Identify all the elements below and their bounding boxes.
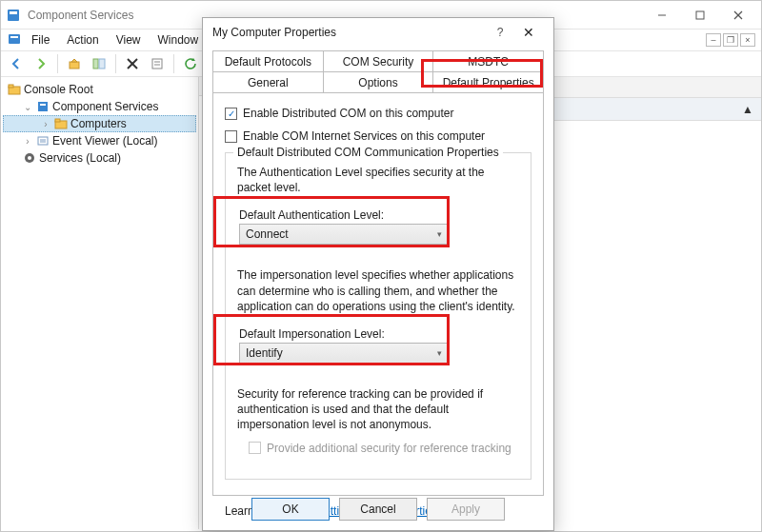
menu-view[interactable]: View — [109, 31, 149, 49]
chevron-down-icon: ▾ — [437, 229, 442, 239]
tab-options[interactable]: Options — [324, 71, 434, 92]
window-controls — [643, 2, 757, 29]
svg-rect-27 — [9, 85, 13, 88]
checkbox-icon: ✓ — [225, 108, 237, 120]
tab-default-protocols[interactable]: Default Protocols — [212, 50, 324, 71]
svg-rect-9 — [93, 59, 98, 69]
tab-body: ✓ Enable Distributed COM on this compute… — [212, 92, 544, 496]
expander-icon[interactable]: › — [40, 119, 51, 129]
tree-component-services[interactable]: ⌄ Component Services — [3, 98, 196, 115]
menu-window[interactable]: Window — [150, 31, 207, 49]
imp-level-combo[interactable]: Identify ▾ — [239, 343, 449, 364]
checkbox-icon — [249, 442, 261, 454]
mdi-minimize-button[interactable]: – — [706, 33, 721, 47]
dialog-help-button[interactable]: ? — [487, 26, 513, 39]
up-button[interactable] — [63, 52, 86, 75]
minimize-button[interactable] — [643, 2, 681, 29]
tab-msdtc[interactable]: MSDTC — [433, 50, 544, 71]
folder-icon — [53, 116, 69, 131]
tree-computers[interactable]: › Computers — [3, 115, 196, 132]
svg-rect-8 — [70, 62, 79, 69]
mmc-icon — [7, 31, 22, 49]
svg-rect-32 — [38, 137, 48, 145]
group-legend: Default Distributed COM Communication Pr… — [233, 146, 503, 159]
ref-tracking-checkbox[interactable]: Provide additional security for referenc… — [249, 441, 519, 456]
back-button[interactable] — [5, 52, 28, 75]
auth-level-label: Default Authentication Level: — [239, 208, 517, 222]
svg-rect-31 — [55, 119, 60, 122]
combo-value: Connect — [246, 227, 289, 241]
svg-rect-7 — [10, 36, 18, 38]
dialog-title: My Computer Properties — [212, 26, 487, 39]
apply-button[interactable]: Apply — [427, 498, 505, 521]
app-icon — [5, 7, 22, 24]
security-description: Security for reference tracking can be p… — [237, 386, 519, 433]
forward-button[interactable] — [30, 52, 52, 75]
show-hide-tree-button[interactable] — [88, 52, 110, 75]
dialog-close-button[interactable]: ✕ — [513, 25, 544, 40]
dialog-titlebar[interactable]: My Computer Properties ? ✕ — [203, 18, 553, 47]
maximize-button[interactable] — [681, 2, 719, 29]
refresh-button[interactable] — [179, 52, 202, 75]
tab-default-properties[interactable]: Default Properties — [433, 71, 544, 92]
mdi-controls: – ❐ × — [706, 33, 755, 47]
svg-rect-10 — [99, 59, 105, 69]
mdi-restore-button[interactable]: ❐ — [723, 33, 738, 47]
svg-rect-0 — [8, 10, 19, 21]
dialog-buttons: OK Cancel Apply — [203, 498, 553, 521]
svg-rect-13 — [152, 59, 162, 69]
dcom-properties-group: Default Distributed COM Communication Pr… — [225, 152, 531, 480]
ok-button[interactable]: OK — [251, 498, 330, 521]
tree-label: Event Viewer (Local) — [52, 134, 158, 148]
auth-description: The Authentication Level specifies secur… — [237, 165, 519, 195]
enable-cis-checkbox[interactable]: Enable COM Internet Services on this com… — [225, 129, 531, 143]
tab-com-security[interactable]: COM Security — [324, 50, 434, 71]
tree-label: Component Services — [52, 100, 158, 113]
menu-action[interactable]: Action — [59, 31, 106, 49]
collapse-icon: ▲ — [742, 103, 753, 116]
enable-dcom-checkbox[interactable]: ✓ Enable Distributed COM on this compute… — [225, 107, 531, 120]
expander-icon[interactable]: › — [22, 136, 33, 147]
tree-label: Console Root — [24, 83, 93, 96]
checkbox-icon — [225, 130, 237, 143]
menu-file[interactable]: File — [24, 31, 57, 49]
mdi-close-button[interactable]: × — [740, 33, 755, 47]
delete-button[interactable] — [121, 52, 144, 75]
close-button[interactable] — [719, 2, 757, 29]
cancel-button[interactable]: Cancel — [339, 498, 417, 521]
tree-label: Services (Local) — [39, 151, 121, 165]
tree-console-root[interactable]: Console Root — [3, 81, 196, 98]
checkbox-label: Provide additional security for referenc… — [267, 441, 511, 456]
tabs: Default Protocols COM Security MSDTC Gen… — [203, 47, 553, 496]
event-viewer-icon — [35, 133, 50, 148]
svg-rect-3 — [696, 11, 704, 19]
folder-icon — [7, 82, 22, 97]
tab-general[interactable]: General — [212, 71, 324, 92]
tree-pane: Console Root ⌄ Component Services › Comp… — [1, 77, 199, 529]
svg-point-36 — [28, 156, 31, 160]
imp-description: The impersonation level specifies whethe… — [237, 267, 519, 314]
combo-value: Identify — [246, 346, 283, 360]
properties-button[interactable] — [146, 52, 169, 75]
checkbox-label: Enable Distributed COM on this computer — [243, 107, 453, 120]
svg-rect-29 — [40, 104, 46, 106]
auth-level-combo[interactable]: Connect ▾ — [239, 224, 449, 245]
imp-level-label: Default Impersonation Level: — [239, 327, 517, 341]
tree-label: Computers — [70, 117, 127, 130]
services-icon — [22, 150, 37, 166]
properties-dialog: My Computer Properties ? ✕ Default Proto… — [202, 17, 554, 531]
checkbox-label: Enable COM Internet Services on this com… — [243, 129, 485, 143]
svg-rect-28 — [38, 102, 48, 111]
tree-event-viewer[interactable]: › Event Viewer (Local) — [3, 132, 196, 149]
component-services-icon — [35, 99, 50, 114]
chevron-down-icon: ▾ — [437, 348, 442, 358]
tree-services[interactable]: Services (Local) — [3, 149, 196, 167]
expander-icon[interactable]: ⌄ — [22, 102, 33, 112]
svg-rect-1 — [10, 11, 17, 14]
svg-rect-6 — [9, 34, 20, 44]
